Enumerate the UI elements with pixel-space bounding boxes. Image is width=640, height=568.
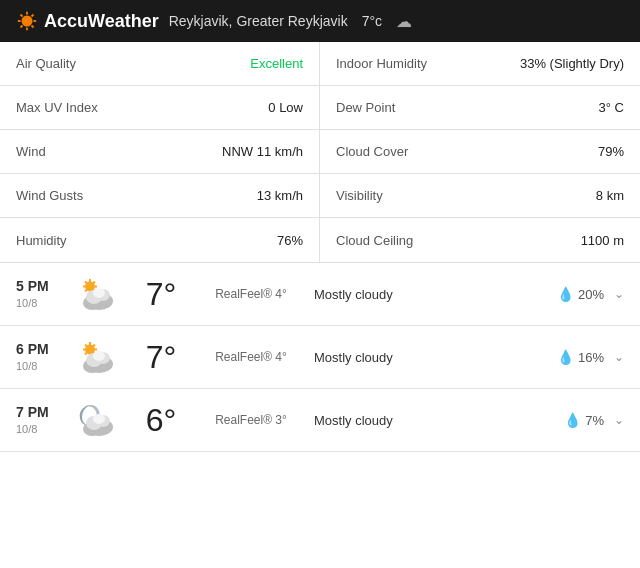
- svg-point-17: [85, 282, 95, 292]
- forecast-date: 10/8: [16, 359, 66, 374]
- svg-point-41: [93, 414, 105, 424]
- uv-index-row: Max UV Index 0 Low: [0, 86, 319, 130]
- dew-point-value: 3° C: [599, 100, 624, 115]
- forecast-precipitation: 💧 16%: [396, 349, 604, 365]
- svg-point-22: [93, 288, 105, 298]
- visibility-label: Visibility: [336, 188, 383, 203]
- forecast-precipitation: 💧 20%: [396, 286, 604, 302]
- dew-point-row: Dew Point 3° C: [320, 86, 640, 130]
- air-quality-label: Air Quality: [16, 56, 76, 71]
- forecast-temperature: 7°: [126, 339, 196, 376]
- forecast-time: 6 PM 10/8: [16, 340, 66, 375]
- uv-index-value: 0 Low: [268, 100, 303, 115]
- forecast-time: 7 PM 10/8: [16, 403, 66, 438]
- visibility-row: Visibility 8 km: [320, 174, 640, 218]
- precipitation-percent: 20%: [578, 287, 604, 302]
- humidity-row: Humidity 76%: [0, 218, 319, 262]
- forecast-hour: 5 PM: [16, 277, 66, 297]
- svg-point-0: [22, 16, 33, 27]
- cloud-icon: ☁: [396, 12, 412, 31]
- forecast-temperature: 7°: [126, 276, 196, 313]
- forecast-realfeel: RealFeel® 4°: [196, 287, 306, 301]
- header: AccuWeather Reykjavik, Greater Reykjavik…: [0, 0, 640, 42]
- chevron-down-icon[interactable]: ⌄: [614, 413, 624, 427]
- svg-line-5: [20, 14, 22, 16]
- indoor-humidity-row: Indoor Humidity 33% (Slightly Dry): [320, 42, 640, 86]
- forecast-hour: 7 PM: [16, 403, 66, 423]
- forecast-condition: Mostly cloudy: [306, 350, 396, 365]
- air-quality-row: Air Quality Excellent: [0, 42, 319, 86]
- forecast-date: 10/8: [16, 296, 66, 311]
- forecast-condition: Mostly cloudy: [306, 413, 396, 428]
- precipitation-percent: 16%: [578, 350, 604, 365]
- forecast-realfeel: RealFeel® 4°: [196, 350, 306, 364]
- precipitation-drop-icon: 💧: [557, 286, 574, 302]
- chevron-down-icon[interactable]: ⌄: [614, 287, 624, 301]
- forecast-realfeel: RealFeel® 3°: [196, 413, 306, 427]
- cloud-cover-row: Cloud Cover 79%: [320, 130, 640, 174]
- forecast-weather-icon: [66, 338, 126, 376]
- cloud-ceiling-value: 1100 m: [581, 233, 624, 248]
- stats-grid: Air Quality Excellent Max UV Index 0 Low…: [0, 42, 640, 263]
- forecast-time: 5 PM 10/8: [16, 277, 66, 312]
- wind-gusts-label: Wind Gusts: [16, 188, 83, 203]
- precipitation-drop-icon: 💧: [557, 349, 574, 365]
- dew-point-label: Dew Point: [336, 100, 395, 115]
- brand-name: AccuWeather: [44, 11, 159, 32]
- indoor-humidity-value: 33% (Slightly Dry): [520, 56, 624, 71]
- forecast-row[interactable]: 6 PM 10/8 7°: [0, 326, 640, 389]
- visibility-value: 8 km: [596, 188, 624, 203]
- indoor-humidity-label: Indoor Humidity: [336, 56, 427, 71]
- air-quality-value: Excellent: [250, 56, 303, 71]
- cloud-ceiling-row: Cloud Ceiling 1100 m: [320, 218, 640, 262]
- cloud-cover-value: 79%: [598, 144, 624, 159]
- forecast-condition: Mostly cloudy: [306, 287, 396, 302]
- forecast-container: 5 PM 10/8 7°: [0, 263, 640, 452]
- forecast-weather-icon: [66, 401, 126, 439]
- humidity-label: Humidity: [16, 233, 67, 248]
- svg-line-8: [20, 25, 22, 27]
- wind-label: Wind: [16, 144, 46, 159]
- chevron-down-icon[interactable]: ⌄: [614, 350, 624, 364]
- location-text: Reykjavik, Greater Reykjavik: [169, 13, 348, 29]
- forecast-row[interactable]: 5 PM 10/8 7°: [0, 263, 640, 326]
- svg-line-7: [31, 14, 33, 16]
- forecast-date: 10/8: [16, 422, 66, 437]
- svg-point-31: [85, 345, 95, 355]
- current-temp: 7°c: [362, 13, 382, 29]
- forecast-precipitation: 💧 7%: [396, 412, 604, 428]
- forecast-hour: 6 PM: [16, 340, 66, 360]
- logo: AccuWeather: [16, 10, 159, 32]
- stats-left-col: Air Quality Excellent Max UV Index 0 Low…: [0, 42, 320, 262]
- precipitation-drop-icon: 💧: [564, 412, 581, 428]
- wind-value: NNW 11 km/h: [222, 144, 303, 159]
- cloud-ceiling-label: Cloud Ceiling: [336, 233, 413, 248]
- precipitation-percent: 7%: [585, 413, 604, 428]
- forecast-weather-icon: [66, 275, 126, 313]
- wind-gusts-row: Wind Gusts 13 km/h: [0, 174, 319, 218]
- svg-point-36: [93, 351, 105, 361]
- forecast-row[interactable]: 7 PM 10/8 6° RealFeel® 3° Mostly cloudy …: [0, 389, 640, 452]
- accuweather-logo-icon: [16, 10, 38, 32]
- wind-gusts-value: 13 km/h: [257, 188, 303, 203]
- forecast-temperature: 6°: [126, 402, 196, 439]
- uv-index-label: Max UV Index: [16, 100, 98, 115]
- cloud-cover-label: Cloud Cover: [336, 144, 408, 159]
- svg-line-6: [31, 25, 33, 27]
- wind-row: Wind NNW 11 km/h: [0, 130, 319, 174]
- humidity-value: 76%: [277, 233, 303, 248]
- stats-right-col: Indoor Humidity 33% (Slightly Dry) Dew P…: [320, 42, 640, 262]
